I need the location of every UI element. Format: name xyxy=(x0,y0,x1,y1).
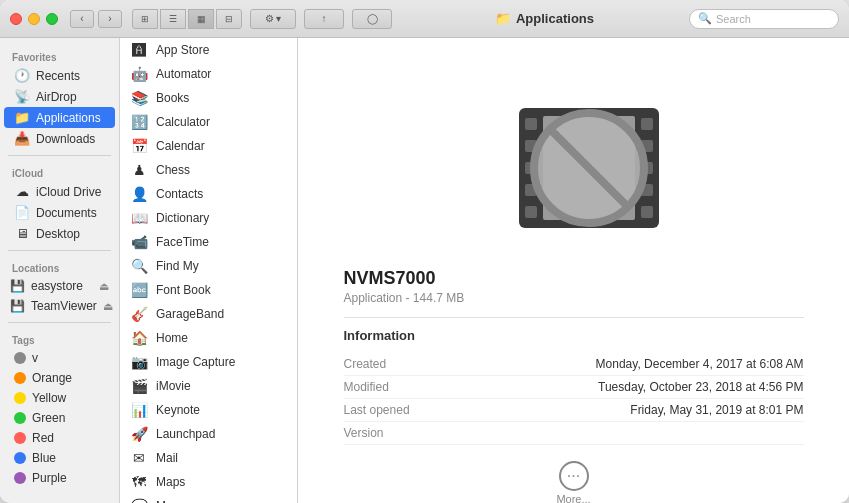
applications-icon: 📁 xyxy=(14,110,30,125)
sidebar-item-documents[interactable]: 📄 Documents xyxy=(4,202,115,223)
downloads-icon: 📥 xyxy=(14,131,30,146)
file-item-label: Image Capture xyxy=(156,355,235,369)
tag-dot xyxy=(14,412,26,424)
sidebar-item-label: iCloud Drive xyxy=(36,185,101,199)
app-store-icon: 🅰 xyxy=(130,42,148,58)
info-label-version: Version xyxy=(344,426,444,440)
info-value-last-opened: Friday, May 31, 2019 at 8:01 PM xyxy=(630,403,803,417)
file-item-calculator[interactable]: 🔢 Calculator xyxy=(120,110,297,134)
tag-dot xyxy=(14,392,26,404)
file-item-home[interactable]: 🏠 Home xyxy=(120,326,297,350)
sidebar-item-label: TeamViewer xyxy=(31,299,97,313)
tag-label: Green xyxy=(32,411,65,425)
file-item-label: App Store xyxy=(156,43,209,57)
tags-label: Tags xyxy=(0,329,119,348)
automator-icon: 🤖 xyxy=(130,66,148,82)
calculator-icon: 🔢 xyxy=(130,114,148,130)
nav-buttons: ‹ › xyxy=(70,10,122,28)
eject-button-2[interactable]: ⏏ xyxy=(103,300,113,313)
svg-rect-10 xyxy=(641,206,653,218)
info-label-last-opened: Last opened xyxy=(344,403,444,417)
file-item-find-my[interactable]: 🔍 Find My xyxy=(120,254,297,278)
eject-button[interactable]: ⏏ xyxy=(99,280,109,293)
sidebar-tag-red[interactable]: Red xyxy=(4,428,115,448)
view-column-button[interactable]: ▦ xyxy=(188,9,214,29)
sidebar-tag-blue[interactable]: Blue xyxy=(4,448,115,468)
file-item-launchpad[interactable]: 🚀 Launchpad xyxy=(120,422,297,446)
back-button[interactable]: ‹ xyxy=(70,10,94,28)
sidebar-tag-v[interactable]: v xyxy=(4,348,115,368)
view-gallery-button[interactable]: ⊟ xyxy=(216,9,242,29)
sidebar-item-icloud-drive[interactable]: ☁ iCloud Drive xyxy=(4,181,115,202)
more-button-label: More... xyxy=(556,493,590,503)
sidebar-item-desktop[interactable]: 🖥 Desktop xyxy=(4,223,115,244)
file-item-calendar[interactable]: 📅 Calendar xyxy=(120,134,297,158)
file-item-label: Dictionary xyxy=(156,211,209,225)
image-capture-icon: 📷 xyxy=(130,354,148,370)
file-item-contacts[interactable]: 👤 Contacts xyxy=(120,182,297,206)
chess-icon: ♟ xyxy=(130,162,148,178)
home-icon: 🏠 xyxy=(130,330,148,346)
file-item-dictionary[interactable]: 📖 Dictionary xyxy=(120,206,297,230)
view-icon-button[interactable]: ⊞ xyxy=(132,9,158,29)
tag-button[interactable]: ◯ xyxy=(352,9,392,29)
file-item-garageband[interactable]: 🎸 GarageBand xyxy=(120,302,297,326)
file-item-books[interactable]: 📚 Books xyxy=(120,86,297,110)
maximize-button[interactable] xyxy=(46,13,58,25)
sidebar-item-downloads[interactable]: 📥 Downloads xyxy=(4,128,115,149)
file-item-font-book[interactable]: 🔤 Font Book xyxy=(120,278,297,302)
tag-dot xyxy=(14,432,26,444)
sidebar-item-teamviewer[interactable]: 💾 TeamViewer ⏏ xyxy=(0,296,119,316)
file-item-imovie[interactable]: 🎬 iMovie xyxy=(120,374,297,398)
launchpad-icon: 🚀 xyxy=(130,426,148,442)
sidebar-item-airdrop[interactable]: 📡 AirDrop xyxy=(4,86,115,107)
search-box[interactable]: 🔍 Search xyxy=(689,9,839,29)
sidebar-tag-orange[interactable]: Orange xyxy=(4,368,115,388)
action-button[interactable]: ⚙ ▾ xyxy=(250,9,296,29)
file-item-automator[interactable]: 🤖 Automator xyxy=(120,62,297,86)
locations-label: Locations xyxy=(0,257,119,276)
minimize-button[interactable] xyxy=(28,13,40,25)
sidebar-tag-green[interactable]: Green xyxy=(4,408,115,428)
app-icon-svg xyxy=(479,58,669,248)
sidebar-item-applications[interactable]: 📁 Applications xyxy=(4,107,115,128)
search-placeholder: Search xyxy=(716,13,751,25)
file-item-label: GarageBand xyxy=(156,307,224,321)
file-item-maps[interactable]: 🗺 Maps xyxy=(120,470,297,494)
file-item-facetime[interactable]: 📹 FaceTime xyxy=(120,230,297,254)
file-item-label: Contacts xyxy=(156,187,203,201)
view-list-button[interactable]: ☰ xyxy=(160,9,186,29)
file-item-keynote[interactable]: 📊 Keynote xyxy=(120,398,297,422)
file-item-mail[interactable]: ✉ Mail xyxy=(120,446,297,470)
mail-icon: ✉ xyxy=(130,450,148,466)
app-subtitle: Application - 144.7 MB xyxy=(344,291,804,305)
sidebar-tag-yellow[interactable]: Yellow xyxy=(4,388,115,408)
documents-icon: 📄 xyxy=(14,205,30,220)
tag-label: Blue xyxy=(32,451,56,465)
sidebar-item-recents[interactable]: 🕐 Recents xyxy=(4,65,115,86)
svg-rect-5 xyxy=(525,206,537,218)
file-item-label: iMovie xyxy=(156,379,191,393)
file-item-image-capture[interactable]: 📷 Image Capture xyxy=(120,350,297,374)
window-title: 📁 Applications xyxy=(400,11,689,26)
divider xyxy=(344,317,804,318)
app-info: NVMS7000 Application - 144.7 MB Informat… xyxy=(344,268,804,503)
share-button[interactable]: ↑ xyxy=(304,9,344,29)
sidebar-item-label: AirDrop xyxy=(36,90,77,104)
airdrop-icon: 📡 xyxy=(14,89,30,104)
messages-icon: 💬 xyxy=(130,498,148,503)
close-button[interactable] xyxy=(10,13,22,25)
teamviewer-icon: 💾 xyxy=(10,299,25,313)
file-item-messages[interactable]: 💬 Messages xyxy=(120,494,297,503)
content-area: Favorites 🕐 Recents 📡 AirDrop 📁 Applicat… xyxy=(0,38,849,503)
sidebar-item-easystore[interactable]: 💾 easystore ⏏ xyxy=(0,276,119,296)
file-item-app-store[interactable]: 🅰 App Store xyxy=(120,38,297,62)
sidebar: Favorites 🕐 Recents 📡 AirDrop 📁 Applicat… xyxy=(0,38,120,503)
svg-rect-6 xyxy=(641,118,653,130)
info-value-modified: Tuesday, October 23, 2018 at 4:56 PM xyxy=(598,380,803,394)
sidebar-tag-purple[interactable]: Purple xyxy=(4,468,115,488)
file-item-label: Font Book xyxy=(156,283,211,297)
forward-button[interactable]: › xyxy=(98,10,122,28)
more-button[interactable]: ··· More... xyxy=(344,461,804,503)
file-item-chess[interactable]: ♟ Chess xyxy=(120,158,297,182)
